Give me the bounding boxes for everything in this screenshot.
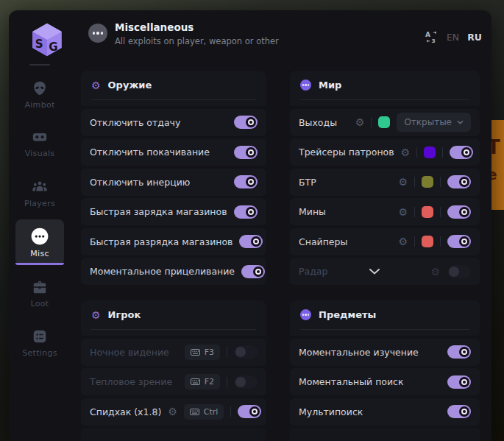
toggle-row: Мультипоиск (290, 398, 480, 426)
toggle-switch[interactable] (447, 235, 471, 248)
keybind-label: Ctrl (204, 407, 219, 417)
row-label: Тепловое зрение (90, 376, 178, 387)
toggle-row: Моментальное изучение (290, 339, 480, 366)
language-switcher: A з EN RU (425, 30, 482, 44)
separator (414, 207, 415, 217)
toggle-switch[interactable] (234, 146, 258, 159)
lang-en-button[interactable]: EN (447, 32, 459, 43)
row-label: Отключить покачивание (90, 147, 227, 158)
sidebar-item-aimbot[interactable]: Aimbot (9, 80, 71, 110)
list-icon (32, 328, 48, 345)
toggle-row-partial (290, 428, 480, 441)
toggle-switch[interactable] (447, 405, 471, 418)
toggle-switch[interactable] (241, 265, 265, 278)
toggle-switch[interactable] (447, 175, 471, 188)
keybind-label: F2 (205, 377, 214, 387)
chevron-down-icon[interactable] (369, 268, 380, 275)
toggle-row: Быстрая зарядка магазинов (81, 198, 266, 225)
translate-icon: A з (425, 30, 439, 44)
exits-dropdown[interactable]: Открытые (397, 113, 471, 132)
toggle-row: Моментальное прицеливание (81, 258, 266, 285)
row-label: Быстрая разрядка магазинов (90, 236, 233, 247)
separator (227, 377, 227, 387)
section-header: ⚙ Игрок (81, 300, 266, 336)
app-logo-icon: S G (26, 19, 68, 60)
page-title: Miscellaneous (115, 21, 279, 33)
sidebar-item-label: Aimbot (24, 100, 54, 110)
sidebar-item-misc[interactable]: Misc (15, 219, 64, 265)
row-label: Спидхак (x1.8) (90, 406, 161, 417)
toggle-row: Отключить инерцию (81, 169, 266, 196)
toggle-switch[interactable] (239, 235, 263, 248)
color-swatch[interactable] (422, 176, 433, 188)
color-swatch[interactable] (422, 236, 433, 247)
background-letter: е (491, 166, 497, 183)
lang-ru-button[interactable]: RU (467, 32, 482, 43)
section-items: Предметы Моментальное изучение Моменталь… (290, 300, 480, 441)
gear-icon[interactable]: ⚙ (355, 117, 365, 127)
toggle-row: Моментальный поиск (290, 368, 480, 395)
dropdown-value: Открытые (404, 117, 452, 127)
column-left: ⚙ Оружие Отключить отдачу Отключить пока… (81, 71, 266, 441)
toggle-switch[interactable] (234, 345, 258, 359)
toggle-switch[interactable] (234, 205, 258, 219)
keybind-badge[interactable]: F2 (185, 374, 220, 389)
section-world: Мир Выходы ⚙ Открытые Трейсеры патронов … (290, 71, 480, 285)
row-label: Отключить инерцию (90, 177, 227, 188)
vr-headset-icon (32, 129, 48, 145)
section-title: Оружие (108, 80, 152, 91)
chevron-down-icon (457, 120, 464, 124)
sidebar-item-label: Settings (22, 348, 57, 358)
row-label: Трейсеры патронов (299, 147, 394, 158)
row-label: Моментальное изучение (299, 347, 441, 358)
toggle-switch[interactable] (234, 175, 258, 188)
color-swatch[interactable] (378, 116, 390, 128)
toggle-row: Отключить покачивание (81, 138, 266, 166)
gear-icon[interactable]: ⚙ (168, 406, 177, 417)
sidebar-item-label: Players (24, 199, 55, 208)
active-indicator (15, 263, 64, 265)
svg-text:з: з (431, 37, 435, 44)
toggle-row: Отключить отдачу (81, 109, 266, 136)
page-subtitle: All exploits on player, weapon or other (115, 36, 279, 46)
toggle-switch[interactable] (450, 146, 473, 159)
color-swatch[interactable] (424, 147, 436, 158)
separator (230, 406, 231, 417)
gear-icon[interactable]: ⚙ (401, 147, 411, 158)
toggle-row: Ночное видение F3 (81, 339, 266, 366)
toggle-switch[interactable] (234, 375, 258, 389)
section-header: Предметы (290, 300, 480, 336)
row-label: Быстрая зарядка магазинов (90, 206, 227, 217)
sidebar-item-players[interactable]: Players (9, 179, 71, 208)
sidebar-item-settings[interactable]: Settings (9, 328, 71, 358)
sidebar-item-label: Misc (30, 249, 49, 258)
toggle-switch[interactable] (447, 345, 471, 359)
color-swatch[interactable] (422, 206, 433, 218)
players-icon (32, 179, 48, 195)
toggle-switch[interactable] (238, 405, 261, 418)
toggle-switch[interactable] (234, 116, 258, 129)
sidebar-item-loot[interactable]: Loot (9, 279, 71, 308)
gear-icon: ⚙ (91, 80, 101, 91)
row-label: Снайперы (299, 236, 391, 247)
gear-icon[interactable]: ⚙ (398, 177, 408, 187)
keybind-badge[interactable]: Ctrl (184, 404, 224, 420)
separator (440, 207, 441, 217)
gear-icon[interactable]: ⚙ (398, 236, 408, 247)
separator (442, 147, 443, 158)
row-label: Мультипоиск (299, 406, 441, 417)
gear-icon[interactable]: ⚙ (398, 207, 408, 217)
separator (416, 147, 417, 158)
keybind-badge[interactable]: F3 (185, 345, 220, 360)
toggle-row: Трейсеры патронов ⚙ (290, 138, 480, 166)
gear-icon[interactable]: ⚙ (430, 267, 440, 277)
toggle-switch[interactable] (447, 205, 471, 219)
sidebar-item-visuals[interactable]: Visuals (9, 129, 71, 158)
svg-text:G: G (49, 40, 57, 54)
toggle-row: Спидхак (x1.8) ⚙ Ctrl (81, 398, 266, 426)
row-label: Мины (299, 206, 391, 217)
sidebar-divider (29, 64, 50, 66)
toggle-switch[interactable] (447, 375, 471, 389)
toggle-switch[interactable] (447, 265, 471, 278)
alien-icon (32, 80, 48, 96)
